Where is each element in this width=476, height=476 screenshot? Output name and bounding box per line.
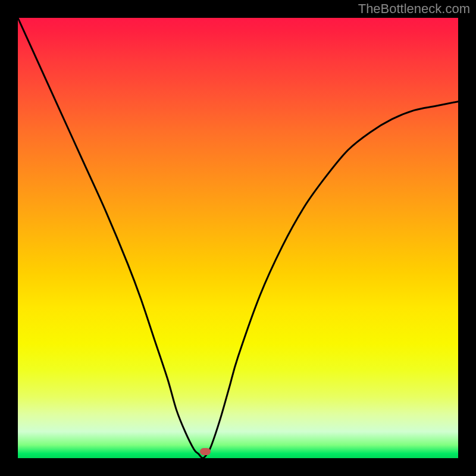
optimal-point-marker <box>200 448 211 455</box>
plot-area <box>18 18 458 458</box>
bottleneck-curve <box>18 18 458 458</box>
watermark-text: TheBottleneck.com <box>358 1 470 17</box>
curve-svg <box>18 18 458 458</box>
chart-container: TheBottleneck.com <box>0 0 476 476</box>
